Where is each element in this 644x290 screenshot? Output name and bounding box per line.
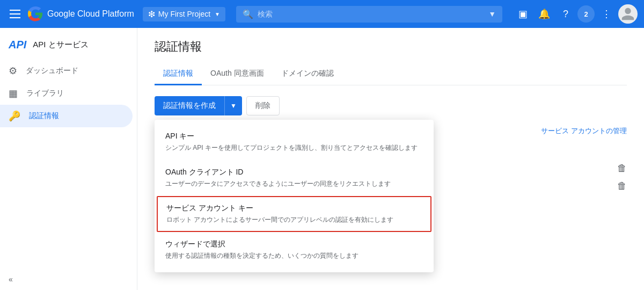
terminal-icon: ▣ xyxy=(518,8,528,20)
search-icon: 🔍 xyxy=(243,9,253,19)
project-name: My First Project xyxy=(158,10,210,18)
library-icon: ▦ xyxy=(9,88,18,99)
project-icon: ❇ xyxy=(148,9,155,19)
notifications-button[interactable]: 🔔 xyxy=(535,4,554,24)
badge-button[interactable]: 2 xyxy=(577,5,595,23)
main-content: 認証情報 認証情報 OAuth 同意画面 ドメインの確認 認証情報を作成 ▼ 削… xyxy=(137,28,644,290)
sidebar-collapse-button[interactable]: « xyxy=(0,269,137,290)
dropdown-item-service-account[interactable]: サービス アカウント キー ロボット アカウントによるサーバー間でのアプリレベル… xyxy=(157,196,431,232)
tabs: 認証情報 OAuth 同意画面 ドメインの確認 xyxy=(155,63,627,85)
sidebar-item-library[interactable]: ▦ ライブラリ xyxy=(0,82,133,105)
dropdown-item-wizard[interactable]: ウィザードで選択 使用する認証情報の種類を決定するため、いくつかの質問をします xyxy=(155,232,434,268)
sidebar-header: API API とサービス xyxy=(0,32,137,60)
api-key-desc: シンプル API キーを使用してプロジェクトを識別し、割り当てとアクセスを確認し… xyxy=(165,143,423,153)
wizard-desc: 使用する認証情報の種類を決定するため、いくつかの質問をします xyxy=(165,251,423,260)
wizard-title: ウィザードで選択 xyxy=(165,240,423,249)
service-account-title: サービス アカウント キー xyxy=(166,204,422,213)
dropdown-item-api-key[interactable]: API キー シンプル API キーを使用してプロジェクトを識別し、割り当てとア… xyxy=(155,124,434,160)
create-credentials-label: 認証情報を作成 xyxy=(155,97,224,115)
help-button[interactable]: ? xyxy=(556,4,575,24)
sidebar-title: API とサービス xyxy=(33,40,88,50)
sidebar: API API とサービス ⚙ ダッシュボード ▦ ライブラリ 🔑 認証情報 « xyxy=(0,28,137,290)
hamburger-menu[interactable] xyxy=(6,5,24,23)
tab-oauth[interactable]: OAuth 同意画面 xyxy=(202,63,273,85)
search-input[interactable] xyxy=(258,10,484,18)
badge-count: 2 xyxy=(584,10,588,18)
avatar-icon xyxy=(620,6,635,21)
more-options-button[interactable]: ⋮ xyxy=(597,4,616,24)
dropdown-item-oauth-client[interactable]: OAuth クライアント ID ユーザーのデータにアクセスできるようにユーザーの… xyxy=(155,160,434,196)
tab-credentials[interactable]: 認証情報 xyxy=(155,63,202,85)
api-key-title: API キー xyxy=(165,132,423,141)
bell-icon: 🔔 xyxy=(538,8,550,20)
delete-row-2-button[interactable]: 🗑 xyxy=(617,180,627,192)
page-title: 認証情報 xyxy=(155,39,627,55)
terminal-button[interactable]: ▣ xyxy=(513,4,532,24)
sidebar-item-credentials[interactable]: 🔑 認証情報 xyxy=(0,105,133,127)
user-avatar[interactable] xyxy=(618,4,638,24)
nav-logo-text: Google Cloud Platform xyxy=(47,9,134,19)
collapse-icon: « xyxy=(9,275,13,284)
nav-logo: Google Cloud Platform xyxy=(28,6,134,21)
toolbar: 認証情報を作成 ▼ 削除 API キー シンプル API キーを使用してプロジェ… xyxy=(155,96,627,115)
delete-button[interactable]: 削除 xyxy=(246,96,280,115)
project-chevron-icon: ▼ xyxy=(215,11,220,17)
service-account-link[interactable]: サービス アカウントの管理 xyxy=(541,127,627,135)
service-account-desc: ロボット アカウントによるサーバー間でのアプリレベルの認証を有効にします xyxy=(166,215,422,224)
help-icon: ? xyxy=(563,9,568,20)
api-badge: API xyxy=(9,39,26,51)
gcp-logo-icon xyxy=(28,6,43,21)
top-nav: Google Cloud Platform ❇ My First Project… xyxy=(0,0,644,28)
nav-icons: ▣ 🔔 ? 2 ⋮ xyxy=(513,4,638,24)
sidebar-item-dashboard-label: ダッシュボード xyxy=(26,66,78,76)
dashboard-icon: ⚙ xyxy=(9,65,17,77)
credentials-dropdown: API キー シンプル API キーを使用してプロジェクトを識別し、割り当てとア… xyxy=(155,120,434,272)
project-selector[interactable]: ❇ My First Project ▼ xyxy=(143,7,225,21)
sidebar-item-library-label: ライブラリ xyxy=(26,89,64,98)
create-chevron-icon[interactable]: ▼ xyxy=(225,98,242,114)
search-bar[interactable]: 🔍 ▼ xyxy=(236,6,502,23)
search-chevron-icon: ▼ xyxy=(488,10,496,18)
more-icon: ⋮ xyxy=(602,8,611,20)
oauth-client-desc: ユーザーのデータにアクセスできるようにユーザーの同意をリクエストします xyxy=(165,179,423,189)
delete-row-1-button[interactable]: 🗑 xyxy=(617,163,627,174)
app-layout: API API とサービス ⚙ ダッシュボード ▦ ライブラリ 🔑 認証情報 «… xyxy=(0,28,644,290)
create-credentials-button[interactable]: 認証情報を作成 ▼ xyxy=(155,96,242,115)
sidebar-item-credentials-label: 認証情報 xyxy=(29,111,59,121)
tab-domain[interactable]: ドメインの確認 xyxy=(273,63,342,85)
sidebar-item-dashboard[interactable]: ⚙ ダッシュボード xyxy=(0,60,133,82)
oauth-client-title: OAuth クライアント ID xyxy=(165,168,423,177)
credentials-icon: 🔑 xyxy=(9,110,20,122)
